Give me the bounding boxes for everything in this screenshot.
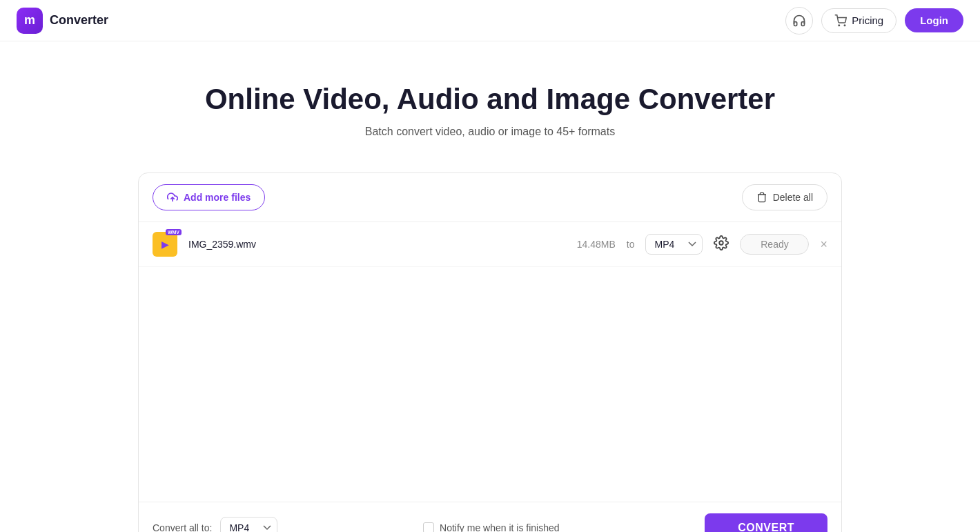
cart-icon [834,14,847,27]
toolbar: Add more files Delete all [139,173,841,222]
svg-point-1 [845,25,846,26]
empty-area [139,267,841,502]
svg-point-0 [839,25,840,26]
logo-area: m Converter [17,8,108,34]
convert-all-select[interactable]: MP4 AVI MOV MKV WebM [220,517,277,532]
login-button[interactable]: Login [905,8,963,32]
header-right: Pricing Login [785,7,963,35]
svg-point-3 [720,241,724,245]
to-label: to [627,239,635,250]
remove-file-button[interactable]: × [820,238,827,250]
file-type-badge: WMV [166,229,182,235]
pricing-button[interactable]: Pricing [821,8,896,33]
file-row: ▶ WMV IMG_2359.wmv 14.48MB to MP4 AVI MO… [139,222,841,267]
play-icon: ▶ [161,239,169,250]
header: m Converter Pricing Login [0,0,980,41]
file-size: 14.48MB [577,239,616,250]
headset-icon-button[interactable] [785,7,813,35]
main-content: Add more files Delete all ▶ WMV IMG_2359… [138,173,842,532]
page-subtitle: Batch convert video, audio or image to 4… [14,126,966,138]
headset-icon [792,14,806,28]
settings-icon[interactable] [714,235,729,254]
status-badge: Ready [740,234,809,255]
convert-all-label: Convert all to: [153,522,212,532]
convert-button[interactable]: CONVERT [705,513,827,532]
hero-section: Online Video, Audio and Image Converter … [0,41,980,159]
notify-checkbox[interactable] [423,522,434,532]
delete-all-button[interactable]: Delete all [742,184,827,210]
file-format-select[interactable]: MP4 AVI MOV MKV WebM [645,234,703,255]
notify-label: Notify me when it is finished [440,522,560,532]
page-title: Online Video, Audio and Image Converter [14,83,966,116]
logo-text: Converter [50,13,108,28]
bottom-bar: Convert all to: MP4 AVI MOV MKV WebM Not… [139,502,841,532]
convert-all-area: Convert all to: MP4 AVI MOV MKV WebM [153,517,277,532]
upload-icon [167,192,178,203]
notify-area: Notify me when it is finished [423,522,560,532]
file-name: IMG_2359.wmv [188,239,566,250]
file-icon: ▶ WMV [153,232,177,257]
add-more-files-button[interactable]: Add more files [153,184,265,210]
trash-icon [756,192,767,203]
logo-icon: m [17,8,43,34]
